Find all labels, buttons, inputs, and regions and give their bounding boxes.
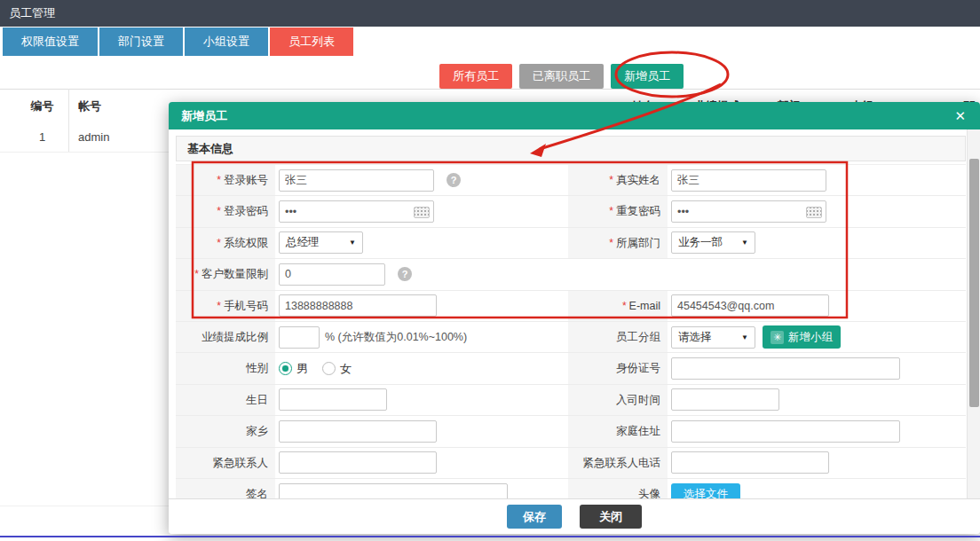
birthday-input[interactable] (279, 388, 387, 411)
hometown-input[interactable] (279, 420, 437, 443)
field-value: % (允许数值为0.01%~100%) (275, 322, 568, 352)
modal-footer: 保存 关闭 (169, 498, 980, 534)
repeat-password-input[interactable] (671, 200, 826, 223)
tab-department-settings[interactable]: 部门设置 (99, 27, 183, 56)
close-button[interactable]: 关闭 (580, 505, 642, 529)
field-label-text: 所属部门 (616, 237, 660, 249)
customer-limit-help-icon[interactable]: ? (398, 267, 412, 281)
required-asterisk: * (217, 205, 221, 217)
mobile-input[interactable] (279, 294, 437, 317)
form-row: 生日入司时间 (176, 385, 966, 416)
field-label: 入司时间 (568, 385, 668, 415)
form-row: 业绩提成比例% (允许数值为0.01%~100%)员工分组请选择▼✳新增小组 (176, 322, 966, 353)
customer-limit-input-wrap (279, 263, 385, 286)
radio-男-checked[interactable] (279, 362, 292, 375)
real-name-input[interactable] (671, 169, 826, 192)
close-icon[interactable]: ✕ (954, 102, 966, 129)
field-label: *客户数量限制 (176, 259, 275, 289)
employee-group-select[interactable]: 请选择▼ (671, 326, 755, 349)
gender-radio-group: 男女 (279, 361, 366, 377)
field-label: 家乡 (176, 416, 275, 446)
cell-number: 1 (18, 123, 67, 152)
field-label: *登录账号 (176, 165, 275, 195)
field-value (275, 196, 568, 226)
modal-title: 新增员工 (181, 109, 227, 122)
entry-date-input[interactable] (671, 388, 779, 411)
commission-ratio-hint: % (允许数值为0.01%~100%) (325, 330, 467, 345)
field-label-text: 身份证号 (616, 362, 660, 374)
form-row: 紧急联系人紧急联系人电话 (176, 448, 966, 479)
col-header-number: 编号 (18, 90, 67, 123)
field-value: 请选择▼✳新增小组 (668, 322, 966, 352)
customer-limit-input[interactable] (279, 263, 385, 286)
radio-女[interactable] (322, 362, 336, 375)
field-value (275, 385, 568, 415)
field-label: 生日 (176, 385, 275, 415)
department-select-value: 业务一部 (678, 235, 723, 250)
field-label-text: 家庭住址 (616, 425, 660, 437)
keyboard-icon[interactable] (414, 207, 430, 218)
section-basic-info: 基本信息 (176, 136, 966, 161)
table-column-divider (68, 89, 69, 152)
form-row: *登录账号?*真实姓名 (176, 165, 966, 196)
field-label: 家庭住址 (568, 416, 668, 446)
system-permission-select[interactable]: 总经理▼ (279, 231, 363, 254)
field-label-text: 登录密码 (224, 205, 268, 217)
form-row: *手机号码*E-mail (176, 291, 966, 322)
field-label: 性别 (176, 353, 275, 383)
field-label-text: 生日 (246, 394, 268, 406)
field-label: *重复密码 (568, 196, 668, 226)
field-value (668, 448, 966, 478)
keyboard-icon[interactable] (806, 207, 822, 218)
field-label: 紧急联系人电话 (568, 448, 668, 478)
home-address-input[interactable] (671, 420, 900, 443)
entry-date-input-wrap (671, 388, 779, 411)
add-group-button-label: 新增小组 (788, 330, 833, 345)
field-label-text: 入司时间 (616, 394, 660, 406)
field-value (668, 385, 966, 415)
login-password-input[interactable] (279, 200, 434, 223)
field-value (275, 416, 568, 446)
id-card-input[interactable] (671, 357, 900, 380)
required-asterisk: * (609, 205, 613, 217)
required-asterisk: * (609, 237, 613, 249)
id-card-input-wrap (671, 357, 900, 380)
commission-ratio-input[interactable] (279, 326, 320, 349)
employee-group-select-value: 请选择 (678, 330, 712, 345)
field-value (275, 448, 568, 478)
field-label-text: E-mail (629, 300, 660, 312)
field-value (275, 291, 568, 321)
emergency-contact-input-wrap (279, 451, 437, 474)
modal-scrollbar-track[interactable] (967, 129, 980, 534)
login-account-input[interactable] (279, 169, 434, 192)
cell-account: admin (78, 123, 109, 152)
email-input-wrap (671, 294, 829, 317)
field-label: *E-mail (568, 291, 668, 321)
field-label: *真实姓名 (568, 165, 668, 195)
field-label-text: 紧急联系人电话 (583, 457, 661, 469)
login-account-help-icon[interactable]: ? (447, 173, 461, 187)
add-employee-modal: 新增员工 ✕ 基本信息 *登录账号?*真实姓名*登录密码*重复密码*系统权限总经… (169, 102, 980, 534)
field-label-text: 客户数量限制 (202, 268, 268, 280)
emergency-contact-input[interactable] (279, 451, 437, 474)
field-label: *登录密码 (176, 196, 275, 226)
add-employee-button[interactable]: 新增员工 (611, 64, 684, 89)
field-label: 紧急联系人 (176, 448, 275, 478)
modal-scrollbar-thumb[interactable] (969, 159, 979, 407)
login-account-input-wrap (279, 169, 434, 192)
add-group-button[interactable]: ✳新增小组 (763, 325, 841, 349)
real-name-input-wrap (671, 169, 826, 192)
tab-group-settings[interactable]: 小组设置 (185, 27, 268, 56)
all-employees-button[interactable]: 所有员工 (439, 64, 512, 89)
tab-permission-settings[interactable]: 权限值设置 (3, 27, 98, 56)
repeat-password-input-wrap (671, 200, 826, 223)
emergency-phone-input[interactable] (671, 451, 829, 474)
form-row: 性别男女身份证号 (176, 353, 966, 384)
field-label-text: 真实姓名 (616, 174, 660, 186)
resigned-employees-button[interactable]: 已离职员工 (519, 64, 604, 89)
page-title-bar: 员工管理 (0, 0, 980, 27)
save-button[interactable]: 保存 (507, 505, 562, 529)
tab-employee-list[interactable]: 员工列表 (270, 27, 353, 56)
email-input[interactable] (671, 294, 829, 317)
department-select[interactable]: 业务一部▼ (671, 231, 755, 254)
